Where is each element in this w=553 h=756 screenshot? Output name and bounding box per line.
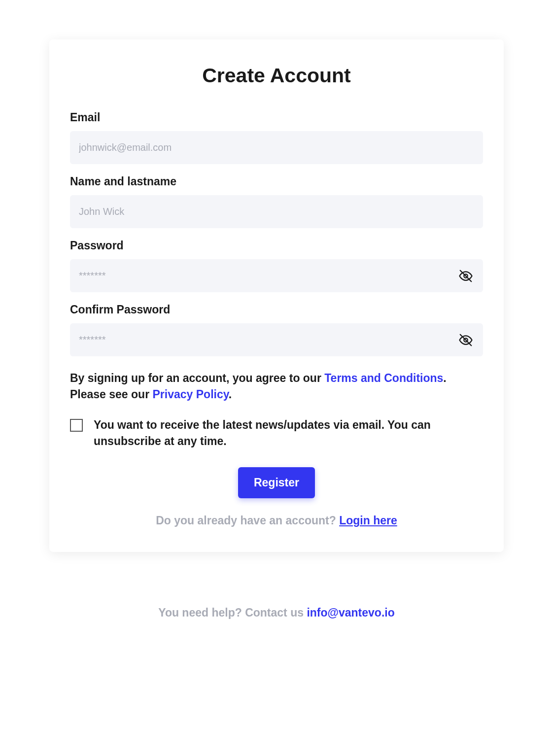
- email-input[interactable]: [70, 131, 483, 164]
- newsletter-checkbox[interactable]: [70, 419, 83, 432]
- create-account-card: Create Account Email Name and lastname P…: [49, 39, 504, 552]
- confirm-password-field-group: Confirm Password: [70, 303, 483, 356]
- footer-help: You need help? Contact us info@vantevo.i…: [49, 606, 504, 619]
- terms-suffix: .: [229, 388, 232, 401]
- email-field-group: Email: [70, 111, 483, 164]
- password-input[interactable]: [70, 259, 483, 292]
- footer-help-text: You need help? Contact us: [158, 606, 307, 619]
- login-link[interactable]: Login here: [339, 514, 397, 527]
- name-field-group: Name and lastname: [70, 175, 483, 228]
- confirm-password-input[interactable]: [70, 323, 483, 356]
- register-button[interactable]: Register: [238, 467, 315, 498]
- eye-off-icon[interactable]: [458, 269, 473, 283]
- privacy-link[interactable]: Privacy Policy: [153, 388, 229, 401]
- terms-text: By signing up for an account, you agree …: [70, 370, 483, 403]
- email-label: Email: [70, 111, 483, 124]
- newsletter-row: You want to receive the latest news/upda…: [70, 417, 483, 450]
- newsletter-label: You want to receive the latest news/upda…: [94, 417, 483, 450]
- terms-link[interactable]: Terms and Conditions: [324, 372, 443, 384]
- eye-off-icon[interactable]: [458, 333, 473, 347]
- login-prompt-text: Do you already have an account?: [156, 514, 339, 527]
- login-prompt: Do you already have an account? Login he…: [70, 514, 483, 527]
- name-label: Name and lastname: [70, 175, 483, 188]
- password-field-group: Password: [70, 239, 483, 292]
- confirm-password-label: Confirm Password: [70, 303, 483, 316]
- name-input[interactable]: [70, 195, 483, 228]
- password-label: Password: [70, 239, 483, 252]
- page-title: Create Account: [70, 64, 483, 87]
- footer-email-link[interactable]: info@vantevo.io: [307, 606, 394, 619]
- terms-prefix: By signing up for an account, you agree …: [70, 372, 324, 384]
